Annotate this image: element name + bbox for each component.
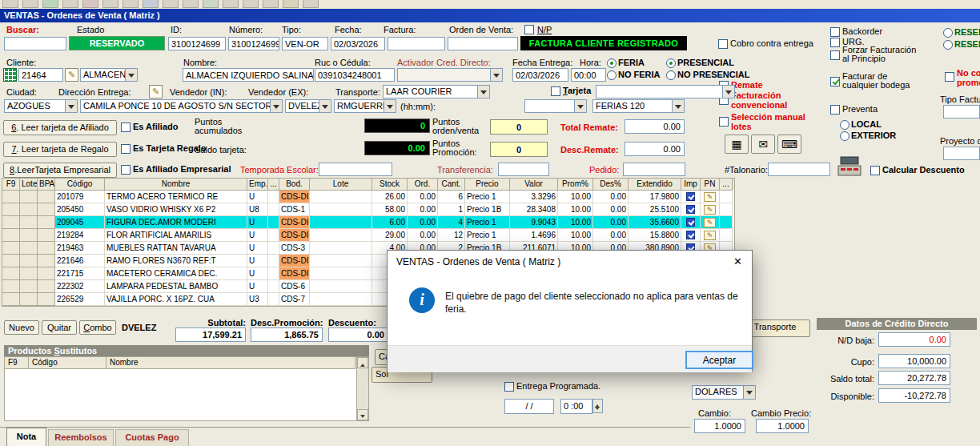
moneda-select[interactable]: DOLARES <box>692 385 756 400</box>
vendedor-ex-select[interactable]: RMGUERRE <box>334 99 396 113</box>
aceptar-button[interactable]: Aceptar <box>685 351 753 369</box>
es-afiliado-checkbox[interactable] <box>121 123 131 132</box>
tipo-factu-input[interactable] <box>943 105 980 119</box>
grid-column-header[interactable]: Nombre <box>105 179 247 191</box>
transporte-select[interactable]: LAAR COURIER <box>383 85 490 98</box>
toolbar-icon-fragment[interactable] <box>122 0 139 8</box>
cobro-contra-entrega-checkbox[interactable] <box>718 39 728 49</box>
no-feria-radio[interactable] <box>607 70 617 80</box>
grid-column-header[interactable]: ... <box>268 179 279 191</box>
grid-column-header[interactable]: PN <box>701 179 720 191</box>
toolbar-icon-fragment[interactable] <box>143 0 159 8</box>
presencial-radio[interactable] <box>666 58 676 68</box>
leer-tarjeta-afiliado-button[interactable]: 6. Leer tarjeta de Afiliado <box>3 120 117 135</box>
vendedor-in-select[interactable]: DVELEZ <box>285 99 331 113</box>
table-row[interactable]: 209045FIGURA DEC.AMOR MODERIUCDS-DI6.000… <box>2 216 734 229</box>
window-titlebar[interactable]: VENTAS - Ordenes de Venta ( Matriz ) <box>0 9 980 22</box>
ruc-input[interactable]: 0391034248001 <box>315 68 395 82</box>
toolbar-icon-fragment[interactable] <box>303 0 319 8</box>
close-icon[interactable]: ✕ <box>733 255 742 267</box>
feria-radio[interactable] <box>607 58 617 68</box>
grid-column-header[interactable]: Bod. <box>279 179 310 191</box>
edit-row-pencil-icon[interactable]: ✎ <box>704 192 716 202</box>
grid-column-header[interactable]: Emp. <box>247 179 268 191</box>
edit-cliente-pencil-icon[interactable]: ✎ <box>65 68 78 82</box>
cambio-value[interactable]: 1.0000 <box>694 419 745 433</box>
reser2-radio[interactable] <box>943 40 953 50</box>
nuevo-button[interactable]: Nuevo <box>4 320 39 335</box>
nombre-input[interactable]: ALMACEN IZQUIERDO SALINA <box>183 68 314 82</box>
grid-column-header[interactable]: ... <box>720 179 733 191</box>
grid-column-header[interactable]: Imp <box>681 179 701 191</box>
es-afiliado-empresarial-checkbox[interactable] <box>121 165 131 175</box>
tab-cuotas-pago[interactable]: Cuotas Pago <box>115 429 189 446</box>
cliente-input[interactable]: 21464 <box>18 68 63 82</box>
sust-col-f9[interactable]: F9 <box>5 357 29 369</box>
seleccion-manual-lotes-checkbox[interactable] <box>719 117 729 127</box>
sust-col-codigo[interactable]: Código <box>29 357 106 369</box>
grid-column-header[interactable]: F9 <box>2 179 20 191</box>
edit-row-pencil-icon[interactable]: ✎ <box>704 218 716 227</box>
imp-checkbox[interactable] <box>686 192 695 201</box>
toolbar-icon-fragment[interactable] <box>62 0 78 8</box>
fecha-input[interactable]: 02/03/2026 <box>331 37 385 50</box>
hora-input[interactable]: 00:00 <box>571 68 606 82</box>
toolbar-icon-fragment[interactable] <box>2 0 18 8</box>
id-input[interactable]: 3100124699 <box>168 37 226 50</box>
grid-column-header[interactable]: Cant. <box>438 179 465 191</box>
numero-input[interactable]: 3100124699 <box>228 37 279 50</box>
grid-column-header[interactable]: BPA <box>38 179 55 191</box>
toolbar-icon-fragment[interactable] <box>163 0 179 8</box>
np-checkbox[interactable] <box>524 25 534 34</box>
sust-col-nombre[interactable]: Nombre <box>106 357 355 369</box>
toolbar-icon-fragment[interactable] <box>22 0 38 8</box>
grid-column-header[interactable]: Des% <box>593 179 629 191</box>
ferias-select[interactable]: FERIAS 120 <box>592 99 685 113</box>
scroll-up-icon[interactable] <box>357 357 368 368</box>
toolbar-icon-fragment[interactable] <box>203 0 219 8</box>
grid-column-header[interactable]: Precio <box>465 179 510 191</box>
tab-nota[interactable]: Nota <box>6 428 46 446</box>
pedido-input[interactable] <box>623 163 685 176</box>
hora-spinner[interactable] <box>592 399 603 413</box>
grid-column-header[interactable]: Código <box>55 179 105 191</box>
grid-column-header[interactable]: Ord. <box>408 179 438 191</box>
imp-checkbox[interactable] <box>686 231 695 239</box>
envelope-icon[interactable]: ✉ <box>751 135 775 154</box>
activador-select[interactable] <box>397 68 503 82</box>
tarjeta-select[interactable] <box>596 85 735 98</box>
no-considerar-promo-checkbox[interactable] <box>945 72 954 82</box>
grid-column-header[interactable]: Prom% <box>558 179 593 191</box>
entrega-hora-input[interactable]: 0 :00 <box>560 399 592 414</box>
toolbar-icon-fragment[interactable] <box>243 0 259 8</box>
edit-row-pencil-icon[interactable]: ✎ <box>704 231 716 240</box>
edit-direccion-pencil-icon[interactable]: ✎ <box>149 85 163 98</box>
edit-row-pencil-icon[interactable]: ✎ <box>704 205 716 215</box>
calcular-descuento-checkbox[interactable] <box>870 166 880 175</box>
keyboard-icon[interactable]: ⌨ <box>777 135 801 154</box>
toolbar-icon-fragment[interactable] <box>42 0 58 8</box>
local-radio[interactable] <box>840 120 849 130</box>
grid-column-header[interactable]: Lote <box>310 179 372 191</box>
combo-button[interactable]: Combo <box>79 320 116 335</box>
hhmm-select[interactable] <box>524 99 587 113</box>
spinner-down-icon[interactable] <box>593 405 602 412</box>
imp-checkbox[interactable] <box>686 218 695 227</box>
entrega-programada-checkbox[interactable] <box>504 382 514 392</box>
cash-register-icon[interactable] <box>837 155 862 179</box>
sustitutos-scrollbar[interactable] <box>356 357 368 420</box>
reser1-radio[interactable] <box>943 28 953 38</box>
facturar-cualquier-bodega-checkbox[interactable] <box>830 77 840 86</box>
grid-column-header[interactable]: Stock <box>372 179 408 191</box>
backorder-checkbox[interactable] <box>830 27 840 37</box>
imp-checkbox[interactable] <box>686 205 695 214</box>
leer-tarjeta-empresarial-button[interactable]: 8.LeerTarjeta Empresarial <box>3 163 117 178</box>
toolbar-icon-fragment[interactable] <box>183 0 199 8</box>
ciudad-select[interactable]: AZOGUES <box>4 99 78 113</box>
grid-column-header[interactable]: Lote <box>20 179 38 191</box>
no-presencial-radio[interactable] <box>666 70 676 80</box>
toolbar-icon-fragment[interactable] <box>283 0 299 8</box>
toolbar-icon-fragment[interactable] <box>263 0 279 8</box>
table-row[interactable]: 201079TERMO ACERO TERMICO REUCDS-DI26.00… <box>2 191 734 203</box>
dialog-titlebar[interactable]: VENTAS - Ordenes de Venta ( Matriz ) ✕ <box>388 251 752 273</box>
